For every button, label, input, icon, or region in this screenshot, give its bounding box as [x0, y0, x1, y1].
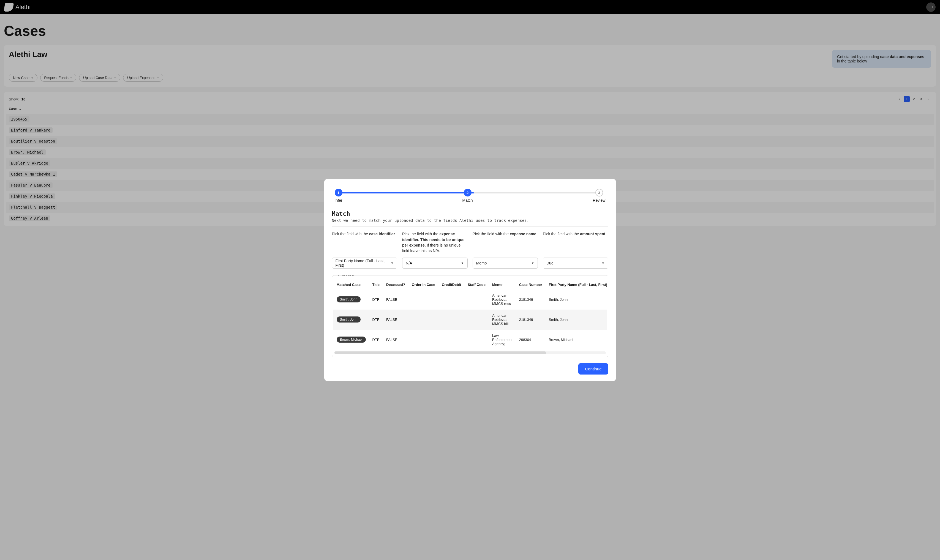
- step-label-2: Match: [462, 198, 472, 203]
- match-modal: 1 Infer 2 Match 3 Review Match Next we n…: [324, 179, 616, 229]
- step-review: 3 Review: [593, 189, 606, 203]
- modal-section-title: Match: [332, 210, 608, 217]
- step-match: 2 Match: [462, 189, 472, 203]
- step-dot-1: 1: [335, 189, 342, 197]
- step-label-3: Review: [593, 198, 606, 203]
- stepper: 1 Infer 2 Match 3 Review: [335, 189, 606, 203]
- step-label-1: Infer: [335, 198, 342, 203]
- modal-backdrop: 1 Infer 2 Match 3 Review Match Next we n…: [0, 0, 940, 229]
- stepper-progress: [338, 192, 474, 194]
- step-dot-2: 2: [464, 189, 472, 197]
- step-dot-3: 3: [595, 189, 603, 197]
- modal-section-sub: Next we need to match your uploaded data…: [332, 218, 608, 223]
- step-infer: 1 Infer: [335, 189, 342, 203]
- divider: [332, 226, 608, 227]
